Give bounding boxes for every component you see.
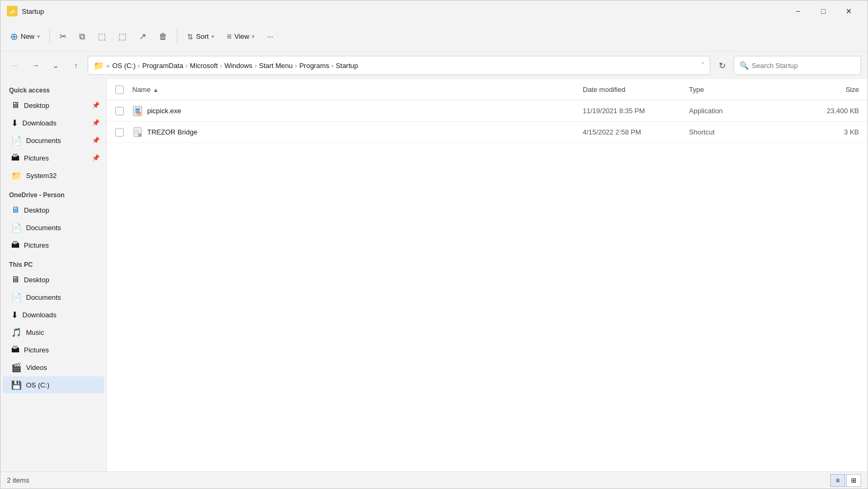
header-checkbox[interactable] [115, 86, 124, 94]
address-part-4[interactable]: Start Menu [259, 62, 293, 70]
delete-button[interactable]: 🗑 [154, 26, 173, 47]
view-tiles-button[interactable]: ⊞ [846, 474, 861, 487]
rename-button[interactable]: ⬚ [113, 26, 132, 47]
close-button[interactable]: ✕ [837, 3, 861, 20]
view-toggle: ≡ ⊞ [830, 474, 861, 487]
sidebar-item-pc-pictures[interactable]: 🏔 Pictures [3, 341, 104, 358]
copy-icon: ⧉ [79, 32, 85, 41]
title-bar-controls: − □ ✕ [786, 3, 861, 20]
sidebar-item-downloads-qa[interactable]: ⬇ Downloads 📌 [3, 114, 104, 131]
paste-button[interactable]: ⬚ [92, 26, 111, 47]
sidebar-item-od-documents[interactable]: 📄 Documents [3, 219, 104, 236]
view-chevron-icon: ▾ [252, 33, 254, 39]
sort-button[interactable]: ⇅ Sort ▾ [182, 26, 219, 47]
delete-icon: 🗑 [159, 32, 167, 41]
col-name-header[interactable]: Name ▲ [132, 86, 583, 94]
sidebar-item-pc-desktop[interactable]: 🖥 Desktop [3, 271, 104, 288]
pc-desktop-icon: 🖥 [11, 275, 20, 284]
file-list-header: Name ▲ Date modified Type Size [107, 79, 867, 100]
col-size-header[interactable]: Size [795, 86, 859, 94]
address-part-2[interactable]: Microsoft [190, 62, 218, 70]
sidebar-item-system32[interactable]: 📁 System32 [3, 167, 104, 184]
file-size-0: 23,400 KB [795, 107, 859, 115]
col-size-label: Size [846, 86, 859, 94]
sidebar-item-od-pictures[interactable]: 🏔 Pictures [3, 237, 104, 254]
maximize-button[interactable]: □ [811, 3, 836, 20]
checkbox-1[interactable] [115, 128, 124, 137]
table-row[interactable]: EX picpick.exe 11/19/2021 8:35 PM Applic… [107, 100, 867, 122]
new-chevron-icon: ▾ [37, 33, 40, 39]
checkbox-0[interactable] [115, 107, 124, 115]
sidebar-item-pc-documents[interactable]: 📄 Documents [3, 289, 104, 306]
address-part-1[interactable]: ProgramData [142, 62, 183, 70]
col-date-header[interactable]: Date modified [583, 86, 689, 94]
svg-rect-8 [135, 131, 139, 132]
svg-rect-9 [135, 133, 138, 134]
pin-icon-4: 📌 [92, 154, 100, 162]
up-button[interactable]: ↑ [67, 57, 84, 74]
file-type-1: Shortcut [689, 128, 795, 136]
sidebar-label-pictures-qa: Pictures [24, 154, 49, 162]
sidebar-label-pc-music: Music [26, 328, 44, 336]
address-part-5[interactable]: Programs [299, 62, 329, 70]
pin-icon: 📌 [92, 102, 100, 109]
svg-text:↗: ↗ [139, 133, 141, 137]
sidebar-item-pc-videos[interactable]: 🎬 Videos [3, 359, 104, 376]
col-type-label: Type [689, 86, 704, 94]
sort-label: Sort [196, 32, 209, 40]
view-details-button[interactable]: ≡ [830, 474, 845, 487]
pc-docs-icon: 📄 [11, 292, 22, 302]
address-bar-row: ← → ⌄ ↑ 📁 « OS (C:) › ProgramData › Micr… [1, 52, 867, 79]
forward-button[interactable]: → [27, 57, 44, 74]
item-count: 2 items [7, 476, 29, 484]
sidebar-label-od-desktop: Desktop [24, 206, 49, 214]
plus-icon: ⊕ [10, 31, 18, 43]
sidebar-item-od-desktop[interactable]: 🖥 Desktop [3, 201, 104, 218]
sidebar-label-downloads-qa: Downloads [22, 119, 56, 127]
copy-button[interactable]: ⧉ [74, 26, 90, 47]
sidebar-label-pc-downloads: Downloads [22, 311, 56, 319]
table-row[interactable]: ↗ TREZOR Bridge 4/15/2022 2:58 PM Shortc… [107, 122, 867, 143]
address-bar[interactable]: 📁 « OS (C:) › ProgramData › Microsoft › … [88, 56, 710, 75]
pictures-icon: 🏔 [11, 153, 20, 163]
folder-icon: 📁 [7, 6, 18, 16]
documents-icon: 📄 [11, 136, 22, 146]
sidebar-label-desktop-qa: Desktop [24, 102, 49, 109]
row-check-1[interactable] [115, 128, 132, 137]
row-check-0[interactable] [115, 107, 132, 115]
more-label: ··· [267, 32, 273, 40]
cut-button[interactable]: ✂ [54, 26, 72, 47]
col-type-header[interactable]: Type [689, 86, 795, 94]
sidebar-item-desktop-qa[interactable]: 🖥 Desktop 📌 [3, 97, 104, 114]
search-input[interactable] [752, 62, 855, 70]
sidebar-item-pc-downloads[interactable]: ⬇ Downloads [3, 306, 104, 323]
sidebar-label-pc-c-drive: OS (C:) [26, 381, 49, 389]
address-part-3[interactable]: Windows [224, 62, 252, 70]
address-part-0[interactable]: OS (C:) [112, 62, 135, 70]
toolbar: ⊕ New ▾ ✂ ⧉ ⬚ ⬚ ↗ 🗑 ⇅ Sort ▾ ≡ [1, 22, 867, 52]
sidebar-item-pictures-qa[interactable]: 🏔 Pictures 📌 [3, 149, 104, 166]
address-part-6[interactable]: Startup [336, 62, 358, 70]
recent-button[interactable]: ⌄ [47, 57, 64, 74]
pc-music-icon: 🎵 [11, 327, 22, 338]
svg-text:EX: EX [138, 113, 142, 116]
share-button[interactable]: ↗ [134, 26, 151, 47]
sidebar-label-pc-documents: Documents [26, 293, 61, 301]
refresh-button[interactable]: ↻ [713, 57, 730, 74]
view-button[interactable]: ≡ View ▾ [222, 26, 260, 47]
title-bar-left: 📁 Startup [7, 6, 44, 16]
new-button[interactable]: ⊕ New ▾ [5, 26, 45, 47]
quick-access-header: Quick access [1, 83, 106, 96]
minimize-button[interactable]: − [786, 3, 810, 20]
sidebar-item-documents-qa[interactable]: 📄 Documents 📌 [3, 132, 104, 149]
back-button[interactable]: ← [7, 57, 24, 74]
sidebar-item-pc-c-drive[interactable]: 💾 OS (C:) [3, 376, 104, 393]
sidebar-item-pc-music[interactable]: 🎵 Music [3, 324, 104, 341]
paste-icon: ⬚ [98, 31, 106, 41]
search-icon: 🔍 [739, 61, 748, 70]
address-chevron-icon: ˅ [701, 62, 704, 69]
more-button[interactable]: ··· [262, 26, 278, 47]
search-box[interactable]: 🔍 [734, 56, 861, 75]
sidebar-label-od-documents: Documents [26, 224, 61, 232]
window-title: Startup [22, 7, 44, 15]
